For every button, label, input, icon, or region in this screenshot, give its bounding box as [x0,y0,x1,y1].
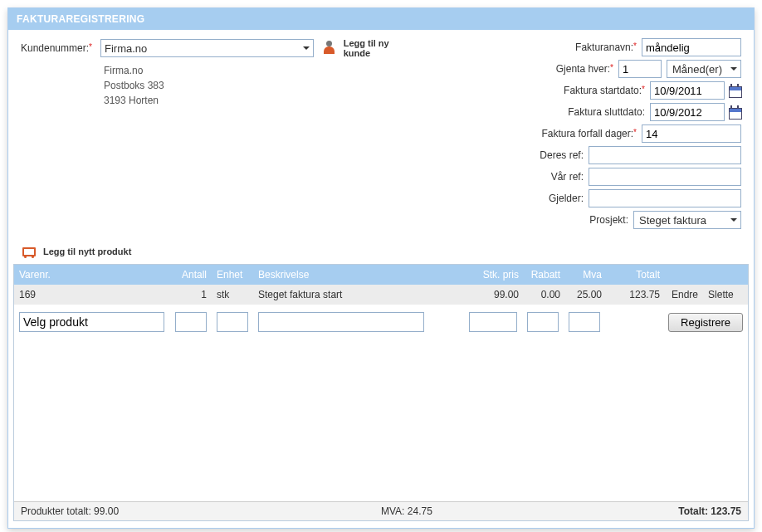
add-customer-icon [322,41,338,56]
col-actions [665,265,748,285]
add-product-button[interactable]: Legg til nytt produkt [8,239,754,261]
calendar-icon[interactable] [728,84,741,97]
new-beskrivelse-input[interactable] [258,312,424,332]
left-column: Kundenummer:* Firma.no Legg til ny kunde… [21,38,409,232]
delete-row-button[interactable]: Slette [708,289,734,300]
prosjekt-select[interactable]: Steget faktura [633,211,741,229]
customer-address: Firma.no Postboks 383 3193 Horten [21,63,409,108]
gjenta-label: Gjenta hver:* [426,63,618,75]
customer-select[interactable]: Firma.no [100,39,314,57]
register-button[interactable]: Registrere [668,313,743,332]
grid-body [14,339,748,501]
col-varenr: Varenr. [14,265,170,285]
customer-select-value: Firma.no [105,42,147,55]
right-column: Fakturanavn:* Gjenta hver:* Måned(er) Fa… [426,38,741,232]
footer-totalt: Totalt: 123.75 [561,505,741,517]
address-line2: 3193 Horten [104,93,409,108]
footer-mva: MVA: 24.75 [381,505,561,517]
cell-totalt: 123.75 [607,285,665,305]
deresref-label: Deres ref: [426,149,589,161]
prosjekt-label: Prosjekt: [426,214,633,226]
add-product-label: Legg til nytt produkt [43,246,131,256]
grid-footer: Produkter totalt: 99.00 MVA: 24.75 Total… [14,501,748,520]
panel-title: FAKTURAREGISTRERING [8,8,754,30]
invoice-panel: FAKTURAREGISTRERING Kundenummer:* Firma.… [7,7,755,529]
varref-label: Vår ref: [426,171,589,183]
grid-header: Varenr. Antall Enhet Beskrivelse Stk. pr… [14,265,748,285]
col-stkpris: Stk. pris [466,265,524,285]
deresref-input[interactable] [589,146,741,164]
gjelder-label: Gjelder: [426,193,589,204]
varref-input[interactable] [589,168,741,186]
cell-beskrivelse: Steget faktura start [253,285,466,305]
cell-antall: 1 [170,285,212,305]
col-enhet: Enhet [212,265,253,285]
gjenta-unit-value: Måned(er) [672,63,722,76]
new-product-input[interactable] [19,312,164,332]
new-rabatt-input[interactable] [527,312,559,332]
gjelder-input[interactable] [589,189,741,207]
col-totalt: Totalt [607,265,665,285]
chevron-down-icon [730,67,737,71]
form-area: Kundenummer:* Firma.no Legg til ny kunde… [8,30,754,239]
footer-produkter-totalt: Produkter totalt: 99.00 [21,505,381,517]
sluttdato-label: Faktura sluttdato: [426,106,650,118]
calendar-icon[interactable] [728,105,741,119]
chevron-down-icon [303,46,310,50]
cell-varenr: 169 [14,285,170,305]
prosjekt-value: Steget faktura [639,214,706,227]
sluttdato-input[interactable] [650,103,725,121]
address-name: Firma.no [104,63,409,78]
gjenta-input[interactable] [618,60,662,78]
cell-actions: Endre Slette [665,285,748,305]
edit-row-button[interactable]: Endre [672,289,698,300]
startdato-label: Faktura startdato:* [426,85,650,96]
new-pris-input[interactable] [469,312,517,332]
gjenta-unit-select[interactable]: Måned(er) [667,60,741,78]
startdato-input[interactable] [650,81,725,100]
cell-enhet: stk [212,285,253,305]
cell-mva: 25.00 [565,285,607,305]
col-mva: Mva [565,265,607,285]
cell-rabatt: 0.00 [524,285,565,305]
fakturanavn-input[interactable] [642,38,741,56]
new-enhet-input[interactable] [217,312,248,332]
cart-icon [20,244,38,259]
col-rabatt: Rabatt [524,265,565,285]
fakturanavn-label: Fakturanavn:* [426,41,642,53]
new-antall-input[interactable] [175,312,207,332]
product-grid: Varenr. Antall Enhet Beskrivelse Stk. pr… [13,264,749,521]
add-customer-button[interactable]: Legg til ny kunde [322,38,409,58]
address-line1: Postboks 383 [104,78,409,93]
add-customer-label: Legg til ny kunde [344,38,409,58]
new-row: Registrere [14,305,748,339]
cell-stkpris: 99.00 [466,285,524,305]
col-beskrivelse: Beskrivelse [253,265,466,285]
new-mva-input[interactable] [569,312,600,332]
forfall-label: Faktura forfall dager:* [426,128,642,139]
forfall-input[interactable] [642,124,741,143]
table-row: 169 1 stk Steget faktura start 99.00 0.0… [14,285,748,305]
chevron-down-icon [730,218,737,222]
customer-number-label: Kundenummer:* [21,42,100,54]
col-antall: Antall [170,265,212,285]
